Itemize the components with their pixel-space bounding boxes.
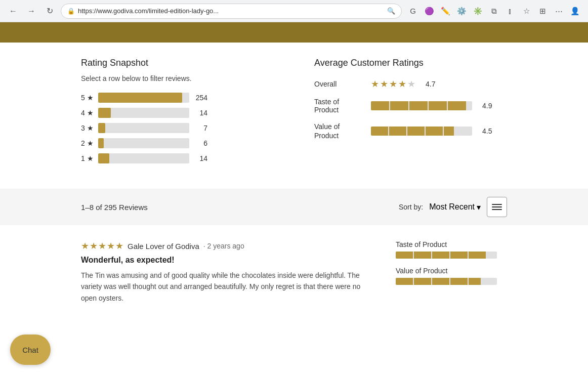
- reviews-header: 1–8 of 295 Reviews Sort by: Most Recent …: [0, 189, 588, 225]
- side-value-seg-1: [396, 278, 413, 285]
- side-value-seg-4: [450, 278, 468, 285]
- sort-area: Sort by: Most Recent ▾: [399, 197, 507, 217]
- star-3: ★: [389, 78, 397, 90]
- star-row-4[interactable]: 4 ★ 14: [81, 108, 274, 118]
- menu-lines: [492, 204, 502, 210]
- value-value: 4.5: [482, 127, 492, 135]
- taste-seg-2: [390, 101, 408, 110]
- taste-seg-3: [409, 101, 428, 110]
- star-4: ★: [398, 78, 406, 90]
- chat-button[interactable]: Chat: [10, 335, 51, 365]
- review-content-area: ★ ★ ★ ★ ★ Gale Lover of Godiva · 2 years…: [81, 240, 507, 304]
- avg-label-overall: Overall: [314, 80, 365, 88]
- settings-icon[interactable]: ⚙️: [454, 4, 469, 18]
- review-title: Wonderful, as expected!: [81, 256, 386, 265]
- bar-fill-5: [98, 93, 182, 103]
- star-label-3: 3 ★: [81, 124, 95, 132]
- forward-button[interactable]: →: [24, 4, 38, 18]
- bar-fill-4: [98, 108, 111, 118]
- star-label-4: 4 ★: [81, 109, 95, 117]
- filter-text: Select a row below to filter reviews.: [81, 74, 274, 82]
- review-star-3: ★: [98, 240, 106, 252]
- star-2: ★: [380, 78, 388, 90]
- side-value-label: Value of Product: [396, 267, 507, 275]
- url-text: https://www.godiva.com/limited-edition-l…: [78, 7, 384, 15]
- favorites-icon[interactable]: ☆: [519, 4, 533, 18]
- side-taste-seg-5: [469, 252, 486, 259]
- side-value-seg-3: [432, 278, 449, 285]
- view-toggle-button[interactable]: [487, 197, 507, 217]
- reviews-count: 1–8 of 295 Reviews: [81, 203, 148, 212]
- bar-track-4: [98, 108, 189, 118]
- taste-seg-1: [371, 101, 389, 110]
- overall-value: 4.7: [426, 80, 435, 88]
- value-bar-segments: [371, 127, 472, 136]
- site-header-bar: [0, 22, 588, 43]
- review-date: · 2 years ago: [203, 242, 244, 250]
- more-icon[interactable]: ⋯: [552, 4, 566, 18]
- ratings-container: Rating Snapshot Select a row below to fi…: [0, 58, 588, 169]
- taste-bar-segments: [371, 101, 472, 110]
- taste-bar-track: [371, 101, 472, 110]
- split-icon[interactable]: ⫿: [503, 4, 517, 18]
- star-row-5[interactable]: 5 ★ 254: [81, 93, 274, 103]
- search-icon: 🔍: [387, 7, 395, 15]
- rating-snapshot-title: Rating Snapshot: [81, 58, 274, 68]
- taste-value: 4.9: [482, 102, 492, 110]
- overall-stars: ★ ★ ★ ★ ★: [371, 78, 415, 90]
- lock-icon: 🔒: [67, 8, 75, 15]
- star-row-1[interactable]: 1 ★ 14: [81, 153, 274, 163]
- main-content: Rating Snapshot Select a row below to fi…: [0, 43, 588, 304]
- star-row-3[interactable]: 3 ★ 7: [81, 123, 274, 133]
- collections-icon[interactable]: ⊞: [535, 4, 550, 18]
- star-5: ★: [407, 78, 415, 90]
- review-item: ★ ★ ★ ★ ★ Gale Lover of Godiva · 2 years…: [0, 240, 588, 304]
- side-taste-seg-4: [450, 252, 468, 259]
- side-value-bar-segments: [396, 278, 497, 285]
- side-taste-bar-segments: [396, 252, 497, 259]
- sort-value: Most Recent: [429, 202, 475, 212]
- window-icon[interactable]: ⧉: [487, 4, 501, 18]
- side-value-seg-5: [469, 278, 481, 285]
- extensions-icon[interactable]: G: [406, 4, 420, 18]
- side-taste-seg-2: [414, 252, 431, 259]
- back-button[interactable]: ←: [6, 4, 20, 18]
- bar-count-4: 14: [192, 109, 207, 117]
- star-label-1: 1 ★: [81, 154, 95, 162]
- side-taste-seg-3: [432, 252, 449, 259]
- bar-fill-1: [98, 153, 109, 163]
- menu-line-3: [492, 209, 502, 210]
- side-taste-label: Taste of Product: [396, 240, 507, 248]
- avg-row-value: Value of Product 4.5: [314, 122, 507, 140]
- value-seg-1: [371, 127, 388, 136]
- review-star-1: ★: [81, 240, 89, 252]
- edit-icon[interactable]: ✏️: [438, 4, 452, 18]
- avg-row-overall: Overall ★ ★ ★ ★ ★ 4.7: [314, 78, 507, 90]
- sparkle-icon[interactable]: ✳️: [471, 4, 485, 18]
- taste-seg-4: [429, 101, 447, 110]
- side-taste-rating: Taste of Product: [396, 240, 507, 259]
- profile-avatar[interactable]: 👤: [568, 4, 582, 18]
- review-stars: ★ ★ ★ ★ ★: [81, 240, 123, 252]
- sort-dropdown[interactable]: Most Recent ▾: [429, 202, 481, 212]
- bar-track-5: [98, 93, 189, 103]
- address-bar[interactable]: 🔒 https://www.godiva.com/limited-edition…: [61, 4, 402, 19]
- taste-seg-5: [448, 101, 466, 110]
- side-value-rating: Value of Product: [396, 267, 507, 285]
- browser-chrome: ← → ↻ 🔒 https://www.godiva.com/limited-e…: [0, 0, 588, 22]
- bar-track-1: [98, 153, 189, 163]
- value-seg-4: [426, 127, 443, 136]
- review-star-4: ★: [107, 240, 115, 252]
- side-value-bar-track: [396, 278, 497, 285]
- menu-line-2: [492, 206, 502, 207]
- review-meta: ★ ★ ★ ★ ★ Gale Lover of Godiva · 2 years…: [81, 240, 386, 252]
- star-row-2[interactable]: 2 ★ 6: [81, 138, 274, 148]
- avg-ratings-title: Average Customer Ratings: [314, 58, 507, 68]
- bar-count-5: 254: [192, 94, 207, 102]
- review-body: The Tin was amusing and of good quality …: [81, 270, 374, 304]
- profile-icon[interactable]: 🟣: [422, 4, 436, 18]
- bar-track-3: [98, 123, 189, 133]
- avg-label-taste: Taste of Product: [314, 98, 365, 114]
- side-value-seg-2: [414, 278, 431, 285]
- refresh-button[interactable]: ↻: [43, 4, 57, 18]
